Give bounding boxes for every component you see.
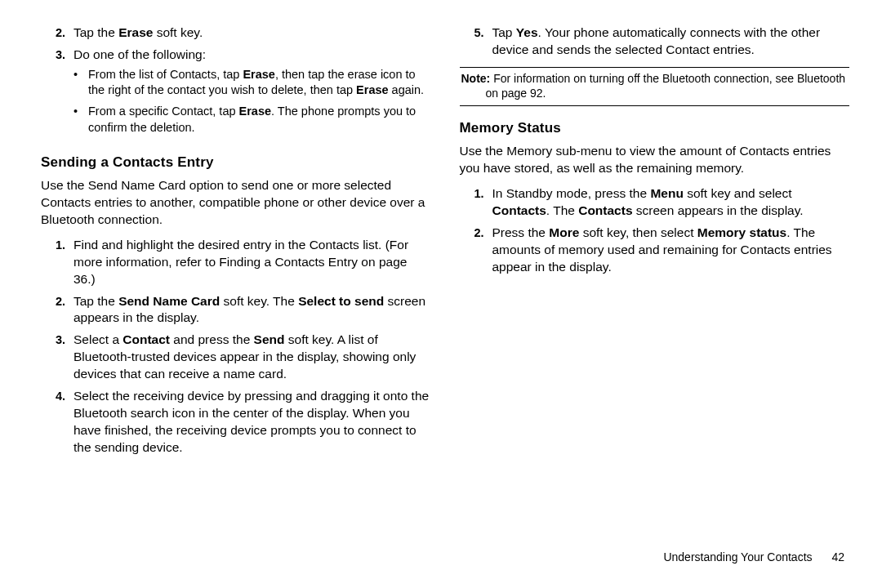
left-column: 2. Tap the Erase soft key. 3. Do one of …	[41, 24, 431, 564]
text: In Standby mode, press the	[492, 186, 651, 200]
text: soft key.	[153, 25, 203, 39]
list-item: 4. Select the receiving device by pressi…	[41, 388, 431, 457]
bold: Contact	[122, 332, 170, 346]
item-body: In Standby mode, press the Menu soft key…	[492, 185, 850, 220]
item-body: Tap Yes. Your phone automatically connec…	[492, 24, 850, 59]
list-item: 5. Tap Yes. Your phone automatically con…	[460, 24, 850, 59]
note-box: Note: For information on turning off the…	[460, 67, 850, 106]
text: soft key and select	[684, 186, 792, 200]
footer-section: Understanding Your Contacts	[663, 550, 812, 564]
note-label: Note:	[461, 72, 491, 85]
item-body: Tap the Erase soft key.	[74, 24, 431, 42]
heading-sending-contacts: Sending a Contacts Entry	[41, 154, 431, 172]
list-item: 2. Press the More soft key, then select …	[460, 225, 850, 276]
list-item: 2. Tap the Erase soft key.	[41, 24, 431, 42]
item-body: Do one of the following: • From the list…	[74, 47, 431, 140]
item-number: 5.	[460, 24, 492, 59]
heading-memory-status: Memory Status	[460, 119, 850, 138]
bullet-body: From a specific Contact, tap Erase. The …	[88, 104, 431, 136]
text: . Your phone automatically connects with…	[492, 25, 821, 56]
bold: Contacts	[492, 203, 546, 217]
bold: Contacts	[578, 203, 632, 217]
bullet-mark: •	[74, 67, 88, 99]
list-item: 2. Tap the Send Name Card soft key. The …	[41, 293, 431, 327]
item-number: 2.	[41, 293, 74, 327]
text: . The	[546, 203, 578, 217]
item-body: Press the More soft key, then select Mem…	[492, 225, 850, 276]
text: soft key, then select	[579, 225, 697, 239]
item-number: 1.	[460, 185, 492, 220]
bold: Erase	[243, 68, 275, 81]
page-footer: Understanding Your Contacts 42	[663, 550, 844, 565]
text: Select a	[74, 332, 122, 346]
item-body: Find and highlight the desired entry in …	[74, 237, 431, 288]
bold: More	[549, 225, 579, 239]
text: From the list of Contacts, tap	[88, 68, 243, 81]
bold: Select to send	[298, 294, 384, 308]
bullet-item: • From the list of Contacts, tap Erase, …	[74, 67, 431, 99]
text: and press the	[170, 332, 254, 346]
bold: Memory status	[697, 225, 786, 239]
note-text: For information on turning off the Bluet…	[486, 72, 846, 100]
bold: Menu	[650, 186, 683, 200]
text: screen appears in the display.	[633, 203, 804, 217]
text: soft key. The	[220, 294, 298, 308]
text: Do one of the following:	[74, 47, 206, 61]
bullet-body: From the list of Contacts, tap Erase, th…	[88, 67, 431, 99]
ordered-list-send: 1. Find and highlight the desired entry …	[41, 237, 431, 457]
right-column: 5. Tap Yes. Your phone automatically con…	[460, 24, 850, 564]
text: again.	[389, 83, 425, 96]
bullet-list: • From the list of Contacts, tap Erase, …	[74, 67, 431, 136]
list-item: 1. Find and highlight the desired entry …	[41, 237, 431, 288]
item-number: 2.	[460, 225, 492, 276]
text: Tap the	[74, 294, 118, 308]
item-number: 3.	[41, 47, 74, 140]
paragraph: Use the Send Name Card option to send on…	[41, 177, 431, 229]
item-number: 3.	[41, 332, 74, 383]
item-body: Select the receiving device by pressing …	[74, 388, 431, 457]
ordered-list-erase: 2. Tap the Erase soft key. 3. Do one of …	[41, 24, 431, 140]
bold: Send Name Card	[118, 294, 220, 308]
item-number: 2.	[41, 24, 74, 42]
ordered-list-memory: 1. In Standby mode, press the Menu soft …	[460, 185, 850, 276]
bold: Send	[254, 332, 285, 346]
list-item: 3. Select a Contact and press the Send s…	[41, 332, 431, 383]
ordered-list-continue: 5. Tap Yes. Your phone automatically con…	[460, 24, 850, 59]
paragraph: Use the Memory sub-menu to view the amou…	[460, 143, 850, 177]
text: Tap	[492, 25, 516, 39]
page: 2. Tap the Erase soft key. 3. Do one of …	[0, 0, 882, 588]
item-number: 4.	[41, 388, 74, 457]
bold: Erase	[239, 105, 272, 118]
bullet-item: • From a specific Contact, tap Erase. Th…	[74, 104, 431, 136]
item-number: 1.	[41, 237, 74, 288]
bullet-mark: •	[74, 104, 88, 136]
bold: Erase	[356, 83, 389, 96]
item-body: Tap the Send Name Card soft key. The Sel…	[74, 293, 431, 327]
page-number: 42	[831, 550, 844, 564]
list-item: 1. In Standby mode, press the Menu soft …	[460, 185, 850, 220]
item-body: Select a Contact and press the Send soft…	[74, 332, 431, 383]
bold: Yes	[516, 25, 538, 39]
text: Press the	[492, 225, 550, 239]
text: Tap the	[74, 25, 118, 39]
text: From a specific Contact, tap	[88, 105, 239, 118]
list-item: 3. Do one of the following: • From the l…	[41, 47, 431, 140]
bold: Erase	[118, 25, 153, 39]
